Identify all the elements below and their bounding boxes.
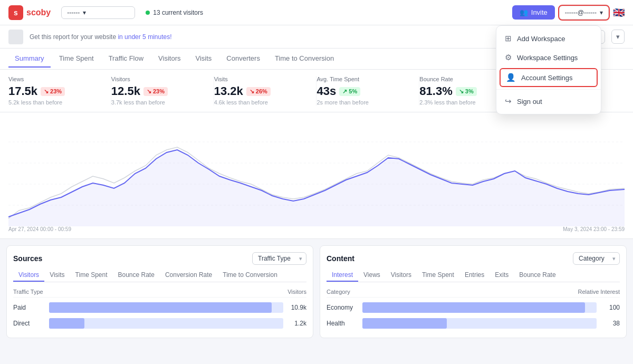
economy-bar: [362, 302, 597, 313]
report-notice: Get this report for your website in unde…: [30, 33, 171, 41]
signout-icon: ↪: [505, 97, 512, 106]
chevron-down-icon: ▾: [83, 9, 86, 16]
sources-select-wrapper: Traffic Type: [252, 252, 306, 265]
website-selector[interactable]: ------ ▾: [61, 6, 135, 19]
online-indicator: [146, 11, 150, 15]
visitors-count: 13 current visitors: [153, 9, 203, 16]
content-tab-time-spent[interactable]: Time Spent: [417, 269, 459, 282]
account-button[interactable]: ------@------ ▾: [559, 6, 609, 20]
sources-tab-visits[interactable]: Visits: [44, 269, 70, 282]
content-tab-interest[interactable]: Interest: [327, 269, 358, 282]
sources-tab-conversion-rate[interactable]: Conversion Rate: [160, 269, 217, 282]
content-tab-entries[interactable]: Entries: [459, 269, 490, 282]
table-row: Paid 10.9k: [13, 300, 306, 315]
logo-text: scoby: [26, 8, 51, 17]
chevron-down-icon: ▾: [600, 9, 603, 16]
stat-visitors: Visitors 12.5k ↘ 23% 3.7k less than befo…: [111, 76, 214, 106]
content-select[interactable]: Category: [573, 252, 620, 265]
views-badge: ↘ 23%: [41, 87, 65, 96]
expand-icon: ▾: [616, 33, 620, 41]
website-value: ------: [67, 9, 80, 16]
content-table-header: Category Relative Interest: [327, 286, 620, 298]
add-workspace-item[interactable]: ⊞ Add Workspace: [496, 29, 601, 48]
sources-header: Sources Traffic Type: [13, 252, 306, 265]
content-tabs: Interest Views Visitors Time Spent Entri…: [327, 269, 620, 282]
content-tab-visitors[interactable]: Visitors: [386, 269, 417, 282]
sources-tabs: Visitors Visits Time Spent Bounce Rate C…: [13, 269, 306, 282]
chart-time-left: Apr 27, 2024 00:00 - 00:59: [8, 226, 71, 232]
avg-time-badge: ↗ 5%: [339, 87, 360, 96]
stat-avg-time: Avg. Time Spent 43s ↗ 5% 2s more than be…: [316, 76, 419, 106]
person-icon: 👤: [506, 73, 516, 82]
grid-icon: ⊞: [505, 34, 512, 43]
sources-tab-time-spent[interactable]: Time Spent: [70, 269, 113, 282]
sign-out-label: Sign out: [517, 98, 542, 106]
expand-button[interactable]: ▾: [611, 30, 625, 44]
sign-out-item[interactable]: ↪ Sign out: [496, 92, 601, 111]
tab-visitors[interactable]: Visitors: [152, 50, 187, 68]
stat-visits: Visits 13.2k ↘ 26% 4.6k less than before: [214, 76, 317, 106]
main-chart: [8, 121, 625, 226]
invite-label: Invite: [531, 8, 548, 16]
table-row: Direct 1.2k: [13, 315, 306, 331]
content-col2: Relative Interest: [578, 289, 620, 295]
report-notice-link[interactable]: in under 5 minutes!: [118, 33, 171, 41]
content-tab-exits[interactable]: Exits: [490, 269, 514, 282]
content-title: Content: [327, 254, 354, 263]
content-col1: Category: [327, 289, 350, 295]
content-tab-views[interactable]: Views: [358, 269, 386, 282]
account-settings-label: Account Settings: [521, 74, 573, 82]
visitors-badge: ↘ 23%: [143, 87, 168, 96]
header-right: 👥 Invite ------@------ ▾ 🇬🇧: [512, 5, 625, 20]
invite-button[interactable]: 👥 Invite: [512, 5, 555, 20]
direct-bar: [49, 318, 283, 329]
tab-time-to-conversion[interactable]: Time to Conversion: [268, 50, 340, 68]
content-select-wrapper: Category: [573, 252, 620, 265]
content-header: Content Category: [327, 252, 620, 265]
tab-summary[interactable]: Summary: [8, 50, 51, 68]
sources-select[interactable]: Traffic Type: [252, 252, 306, 265]
chart-area: Apr 27, 2024 00:00 - 00:59 May 3, 2024 2…: [0, 112, 633, 239]
visitors-badge: 13 current visitors: [146, 9, 203, 16]
account-email: ------@------: [565, 9, 597, 16]
stat-views: Views 17.5k ↘ 23% 5.2k less than before: [8, 76, 111, 106]
sources-tab-bounce-rate[interactable]: Bounce Rate: [113, 269, 160, 282]
sources-panel: Sources Traffic Type Visitors Visits Tim…: [6, 245, 313, 338]
chart-time-right: May 3, 2024 23:00 - 23:59: [563, 226, 625, 232]
dropdown-divider: [496, 89, 601, 90]
health-bar: [362, 318, 597, 329]
tab-visits[interactable]: Visits: [189, 50, 218, 68]
flag-icon: 🇬🇧: [613, 7, 625, 18]
logo-icon: s: [8, 5, 23, 20]
content-panel: Content Category Interest Views Visitors…: [320, 245, 627, 338]
dropdown-menu: ⊞ Add Workspace ⚙ Workspace Settings 👤 A…: [496, 25, 601, 114]
tab-time-spent[interactable]: Time Spent: [53, 50, 100, 68]
paid-bar: [49, 302, 283, 313]
bounce-badge: ↘ 3%: [456, 87, 477, 96]
invite-icon: 👥: [520, 8, 528, 16]
sources-table-header: Traffic Type Visitors: [13, 286, 306, 298]
table-row: Health 38: [327, 315, 620, 331]
bottom-section: Sources Traffic Type Visitors Visits Tim…: [0, 239, 633, 344]
content-tab-bounce-rate[interactable]: Bounce Rate: [514, 269, 561, 282]
sources-tab-time-to-conversion[interactable]: Time to Conversion: [217, 269, 283, 282]
header: s scoby ------ ▾ 13 current visitors 👥 I…: [0, 0, 633, 25]
sources-title: Sources: [13, 254, 42, 263]
account-settings-item[interactable]: 👤 Account Settings: [500, 68, 598, 87]
website-favicon: [8, 30, 23, 44]
sources-col1: Traffic Type: [13, 289, 43, 295]
gear-icon: ⚙: [505, 53, 512, 62]
workspace-settings-item[interactable]: ⚙ Workspace Settings: [496, 48, 601, 67]
tab-traffic-flow[interactable]: Traffic Flow: [102, 50, 150, 68]
svg-marker-4: [8, 150, 625, 226]
add-workspace-label: Add Workspace: [517, 35, 565, 43]
sources-tab-visitors[interactable]: Visitors: [13, 269, 44, 282]
visits-badge: ↘ 26%: [246, 87, 271, 96]
table-row: Economy 100: [327, 300, 620, 315]
logo: s scoby: [8, 5, 51, 20]
tab-converters[interactable]: Converters: [220, 50, 266, 68]
sources-col2: Visitors: [287, 289, 306, 295]
workspace-settings-label: Workspace Settings: [517, 54, 578, 62]
